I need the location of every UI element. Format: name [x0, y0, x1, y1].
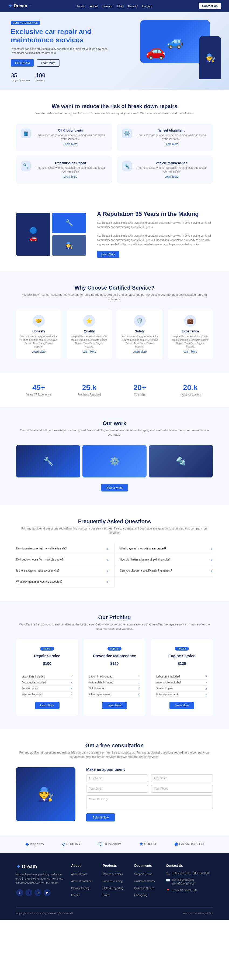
faq-chevron-1: +: [107, 546, 109, 551]
message-input[interactable]: [86, 795, 213, 809]
contact-email: ✉️ name@email.com name2@email.com: [166, 878, 213, 886]
stat-customers-num: 35: [11, 72, 30, 79]
footer-contact-title: Contact Us: [166, 864, 213, 867]
footer-socials: f t in ▶: [16, 889, 63, 896]
hero-description: Dreamboat has been providing quality car…: [11, 47, 113, 55]
navbar-cta-button[interactable]: Contact Us: [199, 3, 221, 9]
phone-input[interactable]: [151, 785, 213, 792]
nav-service[interactable]: Service: [103, 3, 113, 8]
footer-about-2[interactable]: About Dreamboat: [71, 878, 95, 883]
form-name-row: [86, 774, 213, 782]
work-grid: 🔧 ⚙️ 🔩: [16, 445, 213, 477]
footer-logo-icon: ✦: [16, 864, 20, 870]
email-input[interactable]: [86, 785, 148, 792]
why-experience-name: Experience: [172, 329, 209, 333]
nav-contact[interactable]: Contact: [142, 3, 152, 8]
pricing-subtitle: We offer the best products and services …: [16, 622, 213, 631]
pricing-repair-button[interactable]: Learn More: [35, 702, 59, 709]
contact-email-text: name@email.com name2@email.com: [172, 878, 213, 886]
social-twitter[interactable]: t: [25, 889, 32, 896]
pricing-engine-button[interactable]: Learn More: [169, 702, 194, 709]
stat-reviews-num: 100: [35, 72, 46, 79]
hero-stats: 35 Happy Customers 100 Reviews: [11, 72, 113, 82]
footer-product-4[interactable]: Store: [103, 892, 126, 897]
nav-about[interactable]: About: [90, 3, 98, 8]
faq-item-6[interactable]: Can you discuss a specific painting aspe…: [114, 565, 213, 576]
footer-doc-2[interactable]: Customer stories: [134, 878, 158, 883]
magento-icon: ◈: [25, 842, 29, 846]
faq-item-4[interactable]: How do I better align my oil painting co…: [114, 554, 213, 565]
work-image-2: ⚙️: [83, 445, 146, 477]
why-experience-link[interactable]: Learn More: [183, 350, 197, 353]
nav-blog[interactable]: Blog: [117, 3, 123, 8]
experience-icon: 💼: [184, 315, 196, 327]
hero-learn-button[interactable]: Learn More: [37, 59, 60, 67]
pricing-maint-button[interactable]: Learn More: [102, 702, 127, 709]
service-wheel-link[interactable]: Learn More: [165, 143, 178, 146]
oil-icon: 🛢️: [21, 129, 31, 138]
faq-item-2[interactable]: What payment methods are accepted? +: [114, 543, 213, 554]
faq-item-7[interactable]: What payment methods are accepted? +: [16, 576, 114, 587]
footer-doc-3[interactable]: Business Stories: [134, 885, 158, 890]
service-wheel-content: Wheel Alignment This is necessary for oi…: [135, 129, 208, 146]
why-honesty-name: Honesty: [20, 329, 58, 333]
footer-product-2[interactable]: Business Pricing: [103, 878, 126, 883]
hero-content: BEST AUTO SERVICE Exclusive car repair a…: [11, 20, 113, 82]
consult-image: 🧑‍🔧: [16, 767, 75, 821]
why-safety-link[interactable]: Learn More: [133, 350, 146, 353]
stat-years-label: Years Of Experience: [16, 393, 61, 396]
stat-customers-num2: 20.k: [168, 383, 213, 392]
hero-quote-button[interactable]: Get a Quote: [11, 59, 34, 67]
footer-doc-4[interactable]: Changelog: [134, 892, 158, 897]
partners-section: ◈ Magento ◇ LUXURY ⬡ COMPANY ★ SUPER ◉ G…: [0, 835, 229, 853]
services-title: We want to reduce the risk of break down…: [16, 103, 213, 110]
footer: ✦ Dream Any tuck we have providing quali…: [0, 853, 229, 920]
pricing-repair-features: Labor time included✓ Automobile Included…: [22, 674, 73, 697]
footer-about-3[interactable]: Plans & Pricing: [71, 885, 95, 890]
social-linkedin[interactable]: in: [35, 889, 41, 896]
consult-inner: 🧑‍🔧 Make an appointment Submit Now: [16, 767, 213, 821]
footer-about-4[interactable]: Legacy: [71, 892, 95, 897]
faq-item-5[interactable]: Is there a way to make a complaint? +: [16, 565, 114, 576]
why-quality-link[interactable]: Learn More: [83, 350, 96, 353]
first-name-input[interactable]: [86, 774, 148, 782]
rep-main-image: 🔵🚗: [16, 213, 50, 256]
reputation-learn-button[interactable]: Learn More: [97, 251, 119, 258]
vehicle-icon: 🔩: [122, 161, 132, 171]
contact-phone: 📞 +880-133-1900 +880-133-1800: [166, 871, 213, 875]
see-all-work-button[interactable]: See all work: [101, 484, 128, 492]
faq-subtitle: For any additional questions regarding t…: [16, 526, 213, 535]
footer-product-1[interactable]: Company details: [103, 871, 126, 876]
footer-products-title: Products: [103, 864, 126, 867]
social-youtube[interactable]: ▶: [44, 889, 51, 896]
submit-button[interactable]: Submit Now: [86, 813, 115, 821]
service-transmission-link[interactable]: Learn More: [64, 175, 77, 178]
why-honesty-link[interactable]: Learn More: [32, 350, 46, 353]
work-image-3: 🔩: [149, 445, 213, 477]
faq-item-1[interactable]: How to make sure that my vehicle is safe…: [16, 543, 114, 554]
nav-pricing[interactable]: Pricing: [128, 3, 137, 8]
work-title: Our work: [16, 420, 213, 426]
footer-doc-1[interactable]: Support Centre: [134, 871, 158, 876]
partner-magento: ◈ Magento: [25, 842, 44, 846]
social-facebook[interactable]: f: [16, 889, 23, 896]
service-vehicle-name: Vehicle Maintenance: [135, 161, 208, 165]
footer-col-products: Products Company details Business Pricin…: [103, 864, 126, 899]
footer-product-3[interactable]: Data & Reporting: [103, 885, 126, 890]
hero-image-area: 🚙 🧑‍🔧: [135, 17, 221, 82]
why-quality-desc: We provide Car Repair service for repair…: [71, 335, 108, 348]
pricing-maintenance: Popular Preventive Maintenance $120 Labo…: [84, 639, 145, 716]
pricing-repair-f1: Labor time included✓: [22, 674, 73, 680]
faq-item-3[interactable]: Do I get to choose from multiple quote? …: [16, 554, 114, 565]
why-safety: 🛡️ Safety We provide Car Repair service …: [117, 310, 162, 359]
nav-home[interactable]: Home: [77, 3, 85, 8]
consult-title: Get a free consultation: [16, 743, 213, 749]
why-safety-name: Safety: [121, 329, 159, 333]
pricing-engine-f1: Labor time included✓: [156, 674, 207, 680]
service-oil-link[interactable]: Learn More: [64, 143, 77, 146]
footer-about-1[interactable]: About Dream: [71, 871, 95, 876]
last-name-input[interactable]: [151, 774, 213, 782]
wheel-icon: ⚙️: [122, 129, 132, 138]
hero-title-line2: maintenance: [11, 36, 56, 44]
service-vehicle-link[interactable]: Learn More: [165, 175, 178, 178]
